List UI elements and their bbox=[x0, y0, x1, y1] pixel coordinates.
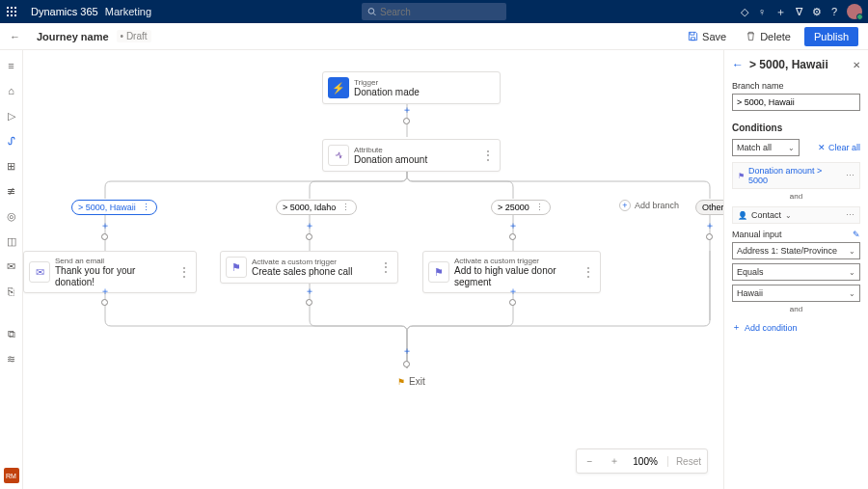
nav-chart-icon[interactable]: ◫ bbox=[4, 233, 19, 249]
and-connector: and bbox=[732, 192, 860, 201]
search-input[interactable] bbox=[380, 7, 501, 17]
branch-name-label: Branch name bbox=[732, 81, 860, 91]
nav-extra1-icon[interactable]: ⧉ bbox=[4, 326, 19, 341]
add-after-action3[interactable]: ＋ bbox=[507, 285, 519, 297]
nav-mail-icon[interactable]: ✉ bbox=[4, 258, 19, 274]
svg-rect-2 bbox=[14, 7, 16, 9]
mail-icon: ✉ bbox=[29, 261, 50, 283]
svg-rect-3 bbox=[7, 11, 9, 13]
condition-value-select[interactable]: Hawaii⌄ bbox=[732, 285, 860, 302]
edit-icon[interactable]: ✎ bbox=[853, 230, 860, 239]
user-avatar[interactable] bbox=[847, 4, 862, 19]
condition-more-icon[interactable]: ⋯ bbox=[846, 171, 854, 180]
delete-button[interactable]: Delete bbox=[740, 28, 797, 45]
branch-more-icon[interactable]: ⋮ bbox=[140, 203, 150, 212]
add-after-action2[interactable]: ＋ bbox=[304, 285, 315, 297]
nav-doc-icon[interactable]: ⎘ bbox=[4, 284, 19, 299]
add-after-action1[interactable]: ＋ bbox=[99, 285, 111, 297]
svg-rect-5 bbox=[14, 11, 16, 13]
brand-module: Marketing bbox=[105, 6, 151, 17]
add-condition-button[interactable]: ＋Add condition bbox=[732, 321, 860, 334]
branch-more-icon[interactable]: ⋮ bbox=[533, 203, 544, 212]
add-after-branch1[interactable]: ＋ bbox=[99, 220, 111, 231]
clear-all-button[interactable]: ✕Clear all bbox=[818, 143, 860, 152]
condition-operator-select[interactable]: Equals⌄ bbox=[732, 263, 860, 281]
persona-badge[interactable]: RM bbox=[4, 468, 19, 483]
page-title: Journey name bbox=[37, 31, 109, 42]
left-nav-rail: ≡ ⌂ ▷ ᔑ ⊞ ≢ ◎ ◫ ✉ ⎘ ⧉ ≋ RM bbox=[0, 50, 23, 489]
svg-point-9 bbox=[368, 9, 374, 14]
attribute-more-icon[interactable]: ⋮ bbox=[476, 149, 500, 162]
save-button[interactable]: Save bbox=[682, 28, 732, 45]
connector-dot bbox=[706, 233, 713, 240]
branch-25000[interactable]: > 25000⋮ bbox=[491, 200, 551, 215]
clear-icon: ✕ bbox=[818, 143, 826, 152]
manual-input-label: Manual input bbox=[732, 230, 782, 239]
action-more-icon[interactable]: ⋮ bbox=[577, 265, 600, 279]
nav-extra2-icon[interactable]: ≋ bbox=[4, 351, 19, 367]
trigger-icon: ⚑ bbox=[428, 261, 449, 283]
status-badge: • Draft bbox=[117, 30, 151, 42]
chevron-down-icon: ⌄ bbox=[849, 268, 855, 277]
connector-dot bbox=[101, 233, 108, 240]
and-connector: and bbox=[732, 305, 860, 313]
branch-5000-hawaii[interactable]: > 5000, Hawaii⋮ bbox=[71, 200, 157, 215]
panel-close-button[interactable]: ✕ bbox=[853, 60, 860, 70]
add-after-branch2[interactable]: ＋ bbox=[304, 220, 315, 231]
condition-field-select[interactable]: Address 1: State/Province⌄ bbox=[732, 242, 860, 259]
add-icon[interactable]: ＋ bbox=[775, 5, 786, 19]
branch-more-icon[interactable]: ⋮ bbox=[339, 203, 350, 212]
nav-play-icon[interactable]: ▷ bbox=[4, 108, 19, 123]
branch-5000-idaho[interactable]: > 5000, Idaho⋮ bbox=[276, 200, 357, 215]
settings-icon[interactable]: ⚙ bbox=[812, 6, 822, 18]
app-launcher-icon[interactable] bbox=[0, 7, 23, 16]
attribute-node[interactable]: Attribute Donation amount ⋮ bbox=[322, 139, 501, 172]
nav-target-icon[interactable]: ◎ bbox=[4, 208, 19, 224]
filter-icon[interactable]: ∇ bbox=[796, 6, 802, 18]
lightbulb-icon[interactable]: ♀ bbox=[758, 6, 766, 17]
assistant-icon[interactable]: ◇ bbox=[741, 6, 748, 18]
publish-button[interactable]: Publish bbox=[804, 27, 858, 46]
action-more-icon[interactable]: ⋮ bbox=[374, 260, 397, 274]
action-value: Create sales phone call bbox=[252, 266, 353, 278]
connector-dot bbox=[403, 118, 410, 124]
branch-other[interactable]: Other bbox=[695, 200, 723, 215]
attribute-label: Attribute bbox=[354, 146, 427, 154]
plus-icon: + bbox=[619, 200, 631, 211]
action-value: Thank you for your donation! bbox=[55, 265, 165, 287]
zoom-in-button[interactable]: ＋ bbox=[606, 454, 623, 468]
help-icon[interactable]: ? bbox=[831, 6, 837, 17]
condition-donation-amount[interactable]: ⚑ Donation amount > 5000 ⋯ bbox=[732, 162, 860, 189]
back-button[interactable]: ← bbox=[10, 31, 29, 42]
zoom-out-button[interactable]: − bbox=[583, 456, 596, 467]
chevron-down-icon: ⌄ bbox=[849, 289, 855, 298]
match-mode-select[interactable]: Match all⌄ bbox=[732, 139, 800, 156]
condition-more-icon[interactable]: ⋯ bbox=[846, 210, 854, 220]
nav-list-icon[interactable]: ≢ bbox=[4, 183, 19, 199]
nav-journeys-icon[interactable]: ᔑ bbox=[4, 133, 19, 149]
zoom-reset-button[interactable]: Reset bbox=[667, 456, 701, 467]
trigger-label: Trigger bbox=[354, 78, 420, 87]
svg-rect-8 bbox=[14, 14, 16, 16]
attribute-icon bbox=[328, 145, 349, 166]
add-before-exit[interactable]: ＋ bbox=[401, 345, 413, 357]
branch-name-input[interactable] bbox=[732, 94, 860, 111]
condition-contact-entity[interactable]: 👤 Contact⌄ ⋯ bbox=[732, 206, 860, 224]
nav-analytics-icon[interactable]: ⊞ bbox=[4, 158, 19, 174]
trigger-node[interactable]: ⚡ Trigger Donation made bbox=[322, 71, 501, 104]
panel-back-button[interactable]: ← bbox=[732, 58, 744, 71]
condition-icon: ⚑ bbox=[738, 172, 745, 180]
nav-home-icon[interactable]: ⌂ bbox=[4, 83, 19, 98]
panel-title: > 5000, Hawaii bbox=[749, 58, 847, 71]
add-after-branch3[interactable]: ＋ bbox=[507, 220, 519, 231]
global-search[interactable] bbox=[362, 3, 506, 20]
conditions-heading: Conditions bbox=[732, 122, 860, 133]
add-after-trigger[interactable]: ＋ bbox=[401, 104, 413, 116]
nav-menu-icon[interactable]: ≡ bbox=[4, 58, 19, 73]
connector-dot bbox=[509, 299, 516, 306]
action-more-icon[interactable]: ⋮ bbox=[173, 265, 196, 279]
add-branch-button[interactable]: +Add branch bbox=[619, 200, 679, 211]
svg-rect-1 bbox=[11, 7, 13, 9]
add-after-other[interactable]: ＋ bbox=[704, 220, 716, 231]
action-sales-call[interactable]: ⚑ Activate a custom trigger Create sales… bbox=[220, 251, 398, 284]
